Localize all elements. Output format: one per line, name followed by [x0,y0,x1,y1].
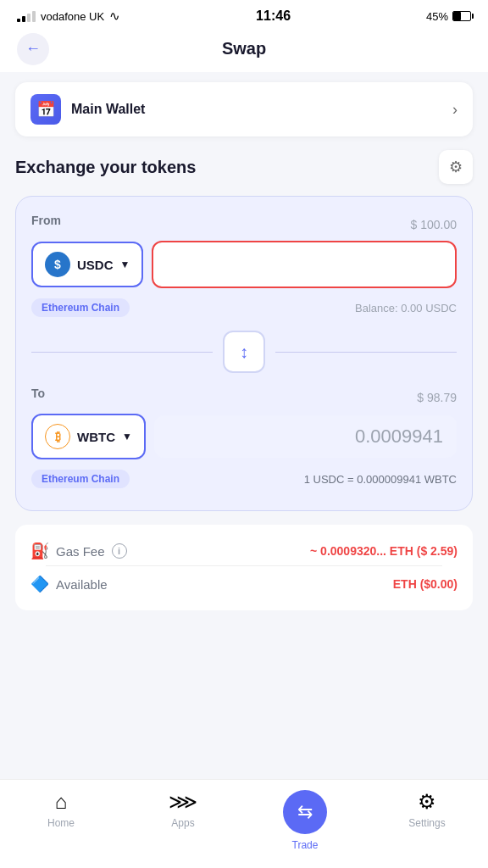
gas-fee-row: ⛽ Gas Fee i ~ 0.0009320... ETH ($ 2.59) [30,537,458,565]
swap-divider: ↕ [31,331,457,373]
swap-arrows-icon: ↕ [240,342,248,362]
nav-apps-label: Apps [171,817,194,829]
trade-icon: ⇆ [297,801,313,823]
ethereum-icon: 🔷 [30,575,49,593]
from-input-row: $ USDC ▼ 100 [31,241,457,288]
from-amount: $ 100.00 [411,218,458,231]
nav-settings[interactable]: ⚙ Settings [393,790,461,851]
from-balance: Balance: 0.00 USDC [355,302,457,314]
gas-left: ⛽ Gas Fee i [30,542,127,560]
apps-icon: ⋙ [169,790,197,814]
filter-icon: ⚙ [449,158,463,176]
swap-card: From $ 100.00 $ USDC ▼ 100 Ethereum Chai… [15,196,473,511]
divider-line-left [31,352,213,353]
to-amount-display: 0.0009941 [154,415,457,458]
to-chain-row: Ethereum Chain 1 USDC = 0.000009941 WBTC [31,465,457,488]
nav-home-label: Home [47,817,75,829]
wallet-icon: 📅 [30,94,61,125]
gas-pump-icon: ⛽ [30,542,49,560]
from-token-name: USDC [77,258,114,272]
nav-apps[interactable]: ⋙ Apps [149,790,217,851]
from-chain-row: Ethereum Chain Balance: 0.00 USDC [31,293,457,317]
available-value: ETH ($0.00) [393,577,458,591]
available-left: 🔷 Available [30,575,108,593]
from-token-chevron: ▼ [120,259,130,270]
back-arrow-icon: ← [25,40,41,58]
bottom-navigation: ⌂ Home ⋙ Apps ⇆ Trade ⚙ Settings [0,779,488,868]
nav-trade-label: Trade [292,839,319,851]
available-label: Available [56,577,108,592]
to-label: To [31,387,45,400]
clock: 11:46 [256,8,291,24]
wallet-arrow-icon: › [452,101,458,119]
battery-icon [452,11,471,21]
from-amount-input[interactable]: 100 [152,241,457,288]
carrier-label: vodafone UK [41,10,104,23]
to-token-selector[interactable]: ₿ WBTC ▼ [31,414,146,459]
to-token-chevron: ▼ [122,431,132,442]
exchange-rate: 1 USDC = 0.000009941 WBTC [304,473,457,486]
home-icon: ⌂ [55,790,68,814]
signal-icon [17,11,36,22]
swap-direction-button[interactable]: ↕ [223,331,265,373]
header: ← Swap [0,29,488,72]
gas-fee-value: ~ 0.0009320... ETH ($ 2.59) [310,544,458,558]
wbtc-icon: ₿ [45,424,70,449]
from-label: From [31,214,61,227]
wifi-icon: ∿ [109,8,120,24]
filter-button[interactable]: ⚙ [439,150,473,184]
to-chain-badge: Ethereum Chain [31,470,130,488]
to-input-row: ₿ WBTC ▼ 0.0009941 [31,414,457,459]
from-header-row: From $ 100.00 [31,214,457,236]
exchange-header: Exchange your tokens ⚙ [15,150,473,184]
exchange-title: Exchange your tokens [15,158,196,177]
battery-percent: 45% [426,10,448,23]
status-right: 45% [426,10,471,23]
to-header-row: To $ 98.79 [31,387,457,409]
usdc-icon: $ [45,252,70,277]
from-chain-badge: Ethereum Chain [31,298,130,317]
nav-home[interactable]: ⌂ Home [27,790,95,851]
gas-fee-label: Gas Fee [56,544,105,559]
to-amount: $ 98.79 [417,391,457,404]
status-bar: vodafone UK ∿ 11:46 45% [0,0,488,29]
gas-divider [46,565,442,566]
settings-icon: ⚙ [418,790,436,814]
nav-trade[interactable]: ⇆ Trade [271,790,339,851]
back-button[interactable]: ← [17,33,49,65]
nav-settings-label: Settings [408,817,445,829]
divider-line-right [275,352,457,353]
info-icon[interactable]: i [112,543,127,559]
wallet-left: 📅 Main Wallet [30,94,145,125]
wallet-name: Main Wallet [71,102,145,117]
trade-icon-circle: ⇆ [283,790,327,834]
available-row: 🔷 Available ETH ($0.00) [30,570,458,598]
page-title: Swap [222,39,266,58]
from-token-selector[interactable]: $ USDC ▼ [31,242,143,287]
gas-section: ⛽ Gas Fee i ~ 0.0009320... ETH ($ 2.59) … [15,525,473,610]
wallet-bar[interactable]: 📅 Main Wallet › [15,82,473,136]
exchange-section: Exchange your tokens ⚙ From $ 100.00 $ U… [0,147,488,521]
status-left: vodafone UK ∿ [17,8,120,24]
to-token-name: WBTC [77,430,115,444]
